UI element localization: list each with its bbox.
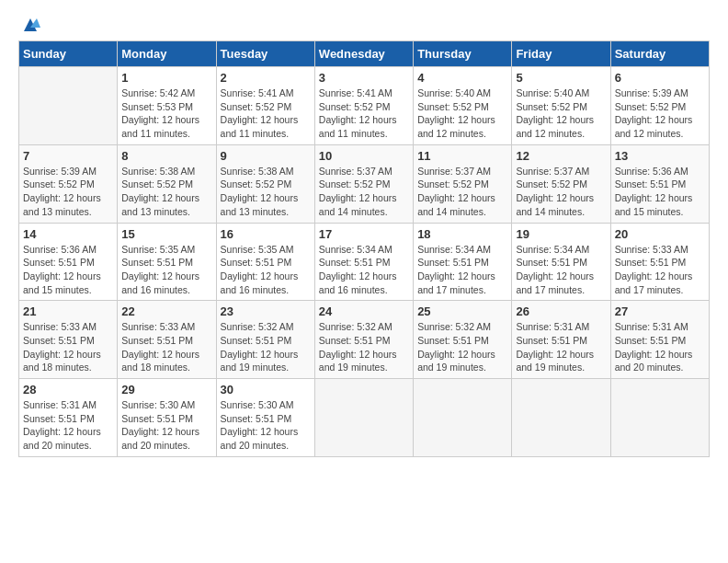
- day-info: Sunrise: 5:30 AM Sunset: 5:51 PM Dayligh…: [121, 398, 211, 453]
- day-info: Sunrise: 5:37 AM Sunset: 5:52 PM Dayligh…: [417, 165, 507, 219]
- calendar-cell: 19Sunrise: 5:34 AM Sunset: 5:51 PM Dayli…: [512, 223, 610, 301]
- day-info: Sunrise: 5:33 AM Sunset: 5:51 PM Dayligh…: [23, 320, 113, 374]
- day-number: 28: [23, 383, 113, 396]
- day-number: 13: [615, 149, 705, 163]
- day-number: 24: [319, 304, 409, 318]
- day-info: Sunrise: 5:31 AM Sunset: 5:51 PM Dayligh…: [615, 320, 705, 374]
- day-number: 20: [615, 227, 705, 241]
- calendar-cell: 5Sunrise: 5:40 AM Sunset: 5:52 PM Daylig…: [512, 67, 610, 145]
- day-number: 11: [417, 149, 507, 163]
- day-info: Sunrise: 5:41 AM Sunset: 5:52 PM Dayligh…: [319, 86, 409, 141]
- day-number: 6: [615, 71, 705, 85]
- day-info: Sunrise: 5:39 AM Sunset: 5:52 PM Dayligh…: [23, 165, 113, 219]
- calendar-cell: 22Sunrise: 5:33 AM Sunset: 5:51 PM Dayli…: [118, 301, 216, 379]
- day-number: 15: [121, 227, 211, 241]
- calendar-cell: [512, 379, 610, 457]
- day-number: 22: [121, 304, 211, 318]
- calendar-cell: 17Sunrise: 5:34 AM Sunset: 5:51 PM Dayli…: [314, 223, 413, 301]
- day-number: 3: [319, 71, 409, 85]
- calendar-cell: 20Sunrise: 5:33 AM Sunset: 5:51 PM Dayli…: [610, 223, 709, 301]
- calendar-cell: 13Sunrise: 5:36 AM Sunset: 5:51 PM Dayli…: [610, 144, 709, 223]
- day-info: Sunrise: 5:36 AM Sunset: 5:51 PM Dayligh…: [615, 165, 705, 219]
- day-info: Sunrise: 5:37 AM Sunset: 5:52 PM Dayligh…: [516, 165, 606, 219]
- day-number: 27: [615, 304, 705, 318]
- weekday-header-saturday: Saturday: [610, 41, 709, 67]
- calendar-cell: 14Sunrise: 5:36 AM Sunset: 5:51 PM Dayli…: [19, 223, 118, 301]
- weekday-header-wednesday: Wednesday: [314, 41, 413, 67]
- day-number: 16: [221, 227, 311, 241]
- day-info: Sunrise: 5:33 AM Sunset: 5:51 PM Dayligh…: [615, 243, 705, 297]
- day-info: Sunrise: 5:38 AM Sunset: 5:52 PM Dayligh…: [221, 165, 311, 219]
- day-info: Sunrise: 5:32 AM Sunset: 5:51 PM Dayligh…: [319, 320, 409, 374]
- calendar-cell: 12Sunrise: 5:37 AM Sunset: 5:52 PM Dayli…: [512, 144, 610, 223]
- calendar-cell: 30Sunrise: 5:30 AM Sunset: 5:51 PM Dayli…: [216, 379, 314, 457]
- day-number: 1: [121, 71, 211, 85]
- day-number: 21: [23, 304, 113, 318]
- page-header: [18, 18, 710, 31]
- calendar-cell: 8Sunrise: 5:38 AM Sunset: 5:52 PM Daylig…: [118, 144, 216, 223]
- day-number: 26: [516, 304, 606, 318]
- day-info: Sunrise: 5:37 AM Sunset: 5:52 PM Dayligh…: [319, 165, 409, 219]
- weekday-header-sunday: Sunday: [19, 41, 118, 67]
- day-info: Sunrise: 5:41 AM Sunset: 5:52 PM Dayligh…: [221, 86, 311, 141]
- day-info: Sunrise: 5:33 AM Sunset: 5:51 PM Dayligh…: [121, 320, 211, 374]
- calendar-cell: 26Sunrise: 5:31 AM Sunset: 5:51 PM Dayli…: [512, 301, 610, 379]
- day-number: 7: [23, 149, 113, 163]
- day-info: Sunrise: 5:34 AM Sunset: 5:51 PM Dayligh…: [417, 243, 507, 297]
- logo: [18, 18, 40, 31]
- day-info: Sunrise: 5:35 AM Sunset: 5:51 PM Dayligh…: [121, 243, 211, 297]
- calendar-cell: 1Sunrise: 5:42 AM Sunset: 5:53 PM Daylig…: [118, 67, 216, 145]
- day-info: Sunrise: 5:32 AM Sunset: 5:51 PM Dayligh…: [417, 320, 507, 374]
- day-number: 9: [221, 149, 311, 163]
- weekday-header-tuesday: Tuesday: [216, 41, 314, 67]
- logo-icon: [20, 15, 40, 35]
- day-number: 8: [121, 149, 211, 163]
- calendar-cell: [414, 379, 512, 457]
- calendar-cell: 16Sunrise: 5:35 AM Sunset: 5:51 PM Dayli…: [216, 223, 314, 301]
- day-number: 10: [319, 149, 409, 163]
- day-info: Sunrise: 5:30 AM Sunset: 5:51 PM Dayligh…: [221, 398, 311, 453]
- calendar-cell: 9Sunrise: 5:38 AM Sunset: 5:52 PM Daylig…: [216, 144, 314, 223]
- day-number: 12: [516, 149, 606, 163]
- day-number: 5: [516, 71, 606, 85]
- calendar-table: SundayMondayTuesdayWednesdayThursdayFrid…: [18, 40, 710, 457]
- day-info: Sunrise: 5:35 AM Sunset: 5:51 PM Dayligh…: [221, 243, 311, 297]
- calendar-cell: 10Sunrise: 5:37 AM Sunset: 5:52 PM Dayli…: [314, 144, 413, 223]
- calendar-cell: 6Sunrise: 5:39 AM Sunset: 5:52 PM Daylig…: [610, 67, 709, 145]
- day-info: Sunrise: 5:40 AM Sunset: 5:52 PM Dayligh…: [516, 86, 606, 141]
- weekday-header-monday: Monday: [118, 41, 216, 67]
- calendar-cell: 18Sunrise: 5:34 AM Sunset: 5:51 PM Dayli…: [414, 223, 512, 301]
- day-info: Sunrise: 5:31 AM Sunset: 5:51 PM Dayligh…: [23, 398, 113, 453]
- day-info: Sunrise: 5:40 AM Sunset: 5:52 PM Dayligh…: [417, 86, 507, 141]
- calendar-cell: 2Sunrise: 5:41 AM Sunset: 5:52 PM Daylig…: [216, 67, 314, 145]
- calendar-cell: 28Sunrise: 5:31 AM Sunset: 5:51 PM Dayli…: [19, 379, 118, 457]
- day-number: 25: [417, 304, 507, 318]
- day-number: 19: [516, 227, 606, 241]
- calendar-cell: 29Sunrise: 5:30 AM Sunset: 5:51 PM Dayli…: [118, 379, 216, 457]
- calendar-cell: 25Sunrise: 5:32 AM Sunset: 5:51 PM Dayli…: [414, 301, 512, 379]
- day-info: Sunrise: 5:38 AM Sunset: 5:52 PM Dayligh…: [121, 165, 211, 219]
- day-number: 18: [417, 227, 507, 241]
- day-number: 2: [221, 71, 311, 85]
- weekday-header-friday: Friday: [512, 41, 610, 67]
- calendar-cell: 11Sunrise: 5:37 AM Sunset: 5:52 PM Dayli…: [414, 144, 512, 223]
- day-info: Sunrise: 5:34 AM Sunset: 5:51 PM Dayligh…: [319, 243, 409, 297]
- calendar-cell: 4Sunrise: 5:40 AM Sunset: 5:52 PM Daylig…: [414, 67, 512, 145]
- day-info: Sunrise: 5:42 AM Sunset: 5:53 PM Dayligh…: [121, 86, 211, 141]
- calendar-cell: [19, 67, 118, 145]
- day-number: 4: [417, 71, 507, 85]
- day-number: 17: [319, 227, 409, 241]
- calendar-cell: 24Sunrise: 5:32 AM Sunset: 5:51 PM Dayli…: [314, 301, 413, 379]
- day-info: Sunrise: 5:34 AM Sunset: 5:51 PM Dayligh…: [516, 243, 606, 297]
- day-info: Sunrise: 5:31 AM Sunset: 5:51 PM Dayligh…: [516, 320, 606, 374]
- calendar-cell: [610, 379, 709, 457]
- calendar-cell: 21Sunrise: 5:33 AM Sunset: 5:51 PM Dayli…: [19, 301, 118, 379]
- weekday-header-thursday: Thursday: [414, 41, 512, 67]
- day-info: Sunrise: 5:39 AM Sunset: 5:52 PM Dayligh…: [615, 86, 705, 141]
- calendar-cell: 15Sunrise: 5:35 AM Sunset: 5:51 PM Dayli…: [118, 223, 216, 301]
- calendar-cell: 7Sunrise: 5:39 AM Sunset: 5:52 PM Daylig…: [19, 144, 118, 223]
- day-number: 30: [221, 383, 311, 396]
- day-info: Sunrise: 5:32 AM Sunset: 5:51 PM Dayligh…: [221, 320, 311, 374]
- day-info: Sunrise: 5:36 AM Sunset: 5:51 PM Dayligh…: [23, 243, 113, 297]
- day-number: 14: [23, 227, 113, 241]
